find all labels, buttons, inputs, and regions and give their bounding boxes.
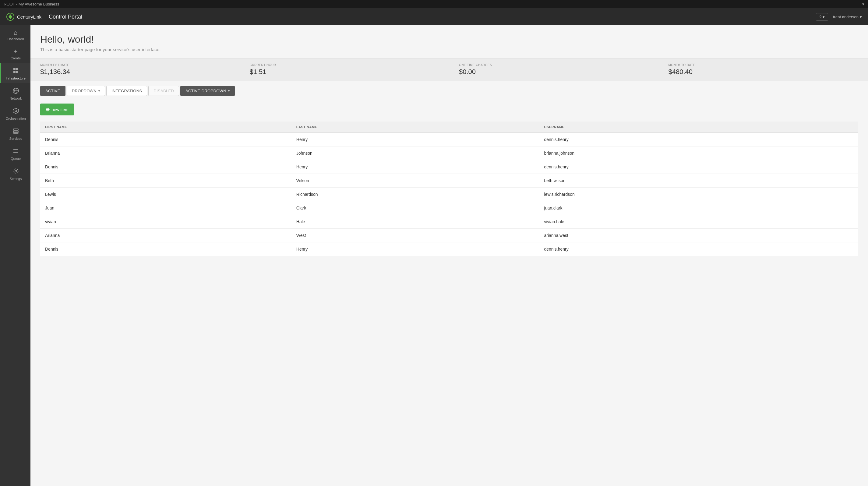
cell-last-name: Johnson [291,147,539,160]
cell-first-name: Arianna [40,229,291,242]
active-dropdown-chevron: ▾ [228,89,230,93]
col-username: USERNAME [539,122,859,133]
services-icon [12,128,19,135]
orchestration-icon [12,107,19,115]
col-first-name: FIRST NAME [40,122,291,133]
table-area: ⊕ new item FIRST NAME LAST NAME USERNAME… [30,96,868,263]
tabs-bar: ACTIVE DROPDOWN ▾ INTEGRATIONS DISABLED … [30,81,868,96]
cell-first-name: Dennis [40,160,291,174]
tab-disabled[interactable]: DISABLED [148,86,179,96]
cell-first-name: Lewis [40,188,291,201]
cell-username: dennis.henry [539,133,859,147]
header-right: ? ▾ trent.anderson ▾ [816,13,862,21]
cell-last-name: Wilson [291,174,539,188]
stats-bar: MONTH ESTIMATE $1,136.34 CURRENT HOUR $1… [30,59,868,81]
help-button[interactable]: ? ▾ [816,13,828,21]
svg-rect-1 [13,68,16,70]
cell-last-name: Clark [291,201,539,215]
cell-username: juan.clark [539,201,859,215]
stat-one-time-charges-value: $0.00 [459,68,649,76]
network-icon [12,87,19,95]
cell-first-name: vivian [40,215,291,229]
main-layout: ⌂ Dashboard + Create Infrastructure [0,25,868,486]
header: CenturyLink Control Portal ? ▾ trent.and… [0,8,868,25]
new-item-plus-icon: ⊕ [46,106,50,112]
cell-username: beth.wilson [539,174,859,188]
stat-current-hour-value: $1.51 [250,68,440,76]
sidebar-item-orchestration[interactable]: Orchestration [0,103,30,123]
cell-username: dennis.henry [539,242,859,256]
cell-first-name: Dennis [40,133,291,147]
table-row[interactable]: Beth Wilson beth.wilson [40,174,858,188]
cell-first-name: Juan [40,201,291,215]
stat-one-time-charges-label: ONE TIME CHARGES [459,63,649,67]
sidebar-label-settings: Settings [10,177,22,181]
cell-username: arianna.west [539,229,859,242]
sidebar-label-queue: Queue [11,157,21,160]
sidebar-label-services: Services [9,137,22,140]
logo: CenturyLink [6,12,41,21]
portal-title: Control Portal [49,14,816,20]
table-row[interactable]: Dennis Henry dennis.henry [40,242,858,256]
centurylink-logo-icon [6,12,14,21]
table-body: Dennis Henry dennis.henry Brianna Johnso… [40,133,858,256]
sidebar-item-settings[interactable]: Settings [0,164,30,184]
cell-last-name: Henry [291,160,539,174]
new-item-button[interactable]: ⊕ new item [40,103,74,116]
sidebar-label-dashboard: Dashboard [8,37,24,41]
sidebar-item-infrastructure[interactable]: Infrastructure [0,63,30,83]
svg-rect-10 [13,129,18,130]
logo-text: CenturyLink [17,14,41,20]
settings-icon [12,168,19,175]
data-table: FIRST NAME LAST NAME USERNAME Dennis Hen… [40,122,858,256]
plus-icon: + [14,48,18,55]
svg-rect-2 [16,68,18,70]
table-row[interactable]: vivian Hale vivian.hale [40,215,858,229]
page-title: Hello, world! [40,34,858,45]
cell-first-name: Brianna [40,147,291,160]
new-item-label: new item [52,107,68,112]
cell-username: vivian.hale [539,215,859,229]
table-row[interactable]: Lewis Richardson lewis.richardson [40,188,858,201]
cell-last-name: Henry [291,133,539,147]
user-chevron: ▾ [860,14,862,19]
stat-one-time-charges: ONE TIME CHARGES $0.00 [449,59,659,81]
cell-first-name: Beth [40,174,291,188]
stat-month-to-date-label: MONTH TO DATE [669,63,859,67]
table-header: FIRST NAME LAST NAME USERNAME [40,122,858,133]
svg-point-9 [15,110,17,112]
sidebar-item-queue[interactable]: Queue [0,143,30,164]
content-header: Hello, world! This is a basic starter pa… [30,25,868,59]
tab-active-dropdown[interactable]: ACTIVE DROPDOWN ▾ [180,86,235,96]
top-bar-chevron: ▾ [862,2,864,6]
tab-dropdown[interactable]: DROPDOWN ▾ [67,86,105,96]
table-row[interactable]: Brianna Johnson brianna.johnson [40,147,858,160]
stat-current-hour: CURRENT HOUR $1.51 [240,59,450,81]
help-chevron: ▾ [823,14,825,19]
stat-month-to-date-value: $480.40 [669,68,859,76]
cell-last-name: Richardson [291,188,539,201]
table-row[interactable]: Dennis Henry dennis.henry [40,133,858,147]
tab-integrations[interactable]: INTEGRATIONS [106,86,147,96]
cell-first-name: Dennis [40,242,291,256]
infrastructure-icon [12,67,19,75]
svg-rect-11 [13,131,18,132]
stat-current-hour-label: CURRENT HOUR [250,63,440,67]
sidebar-label-orchestration: Orchestration [5,117,26,120]
table-row[interactable]: Juan Clark juan.clark [40,201,858,215]
sidebar-item-network[interactable]: Network [0,83,30,103]
svg-rect-3 [13,71,16,73]
svg-point-16 [15,170,17,172]
sidebar-item-create[interactable]: + Create [0,44,30,63]
cell-last-name: Henry [291,242,539,256]
sidebar-item-dashboard[interactable]: ⌂ Dashboard [0,25,30,44]
tab-active[interactable]: ACTIVE [40,86,65,96]
sidebar-label-network: Network [9,97,22,100]
content-area: Hello, world! This is a basic starter pa… [30,25,868,486]
cell-username: lewis.richardson [539,188,859,201]
sidebar-item-services[interactable]: Services [0,123,30,143]
table-row[interactable]: Arianna West arianna.west [40,229,858,242]
user-menu-button[interactable]: trent.anderson ▾ [833,14,862,19]
top-bar: ROOT - My Awesome Business ▾ [0,0,868,8]
table-row[interactable]: Dennis Henry dennis.henry [40,160,858,174]
